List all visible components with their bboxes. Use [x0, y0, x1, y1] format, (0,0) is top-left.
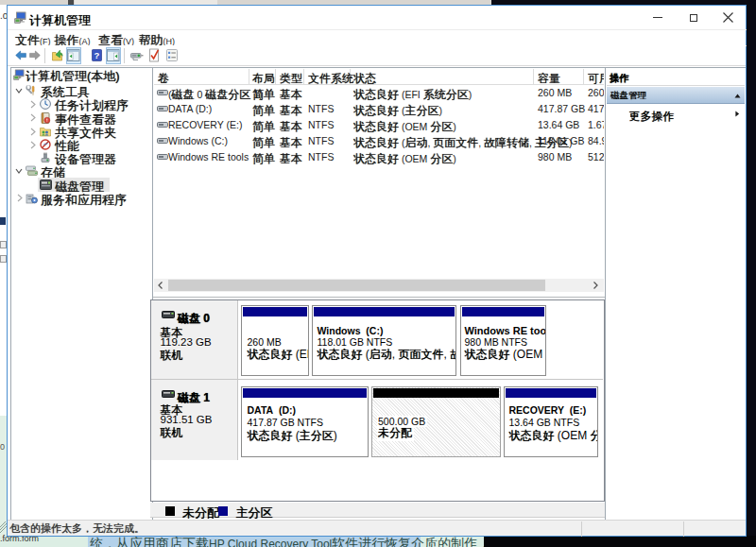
svg-text:?: ? — [94, 50, 99, 60]
